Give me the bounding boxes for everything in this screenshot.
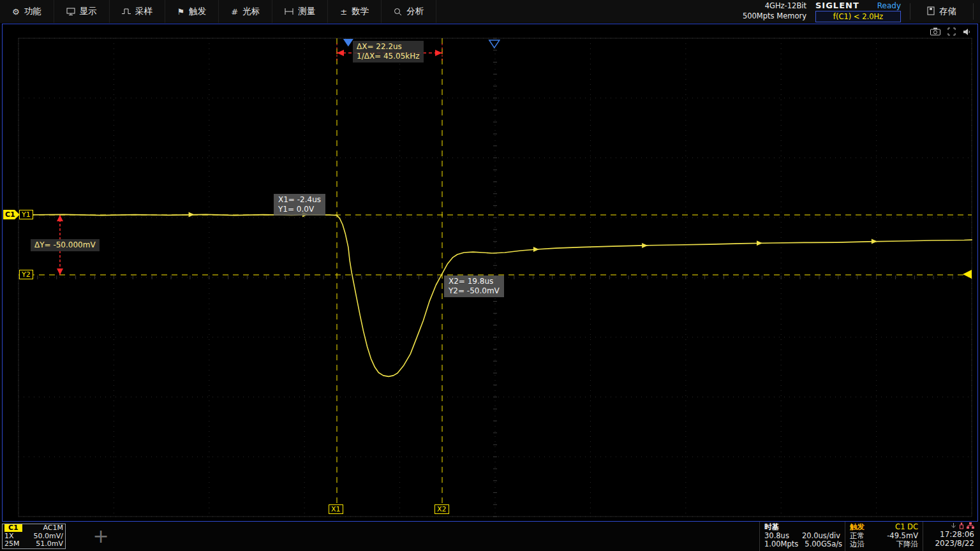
cursor-x2-readout: X2= 19.8us Y2= -50.0mV [444, 276, 504, 297]
storage-icon [927, 6, 935, 17]
cursor-x1-tag[interactable]: X1 [329, 504, 343, 514]
clock-block: 17:28:06 2023/8/22 [923, 522, 979, 551]
trigger-mode: 正常 [850, 532, 865, 541]
topbar-right: 4GHz-12Bit 500Mpts Memory SIGLENT Ready … [743, 0, 980, 23]
delta-x-arrow-left [337, 50, 344, 56]
trigger-source: C1 DC [895, 523, 918, 532]
menu-item-acquire[interactable]: 采样 [110, 0, 165, 23]
cursor-icon: # [231, 8, 238, 16]
status-bar: C1 AC1M 1X 50.0mV/ 25M 51.0mV + 时基 30.8u… [0, 522, 980, 551]
display-corner-buttons [930, 27, 971, 36]
delta-x-readout: ΔX= 22.2us 1/ΔX= 45.05kHz [353, 41, 424, 62]
delta-y-readout: ΔY= -50.000mV [31, 239, 100, 251]
timebase-points: 1.00Mpts [764, 540, 798, 549]
menu-item-measure[interactable]: 测量 [272, 0, 328, 23]
trigger-level: -49.5mV [887, 532, 918, 541]
menu-label: 触发 [189, 6, 206, 17]
timebase-title: 时基 [764, 523, 779, 532]
channel1-bandwidth: 25M [4, 540, 20, 548]
menu-item-storage[interactable]: 存储 [919, 6, 964, 17]
trigger-type: 边沿 [850, 540, 865, 549]
trigger-delay-marker[interactable] [489, 40, 500, 48]
menu-label: 功能 [24, 6, 41, 17]
timebase-samplerate: 5.00GSa/s [805, 540, 842, 549]
scope-spec: 4GHz-12Bit 500Mpts Memory [743, 1, 806, 21]
trace-marker [533, 247, 539, 252]
menu-label: 存储 [939, 6, 956, 17]
menu-item-cursor[interactable]: # 光标 [219, 0, 272, 23]
divider [910, 3, 910, 20]
menu-item-math[interactable]: ± 数学 [328, 0, 382, 23]
menu-label: 测量 [298, 6, 315, 17]
trace-marker [872, 239, 877, 244]
channel1-badge: C1 [4, 524, 22, 532]
camera-icon[interactable] [930, 27, 940, 36]
scope-display: C1 Y1 Y2 X1 X2 ΔX= 22.2us 1/ΔX= 45.05kHz… [2, 24, 978, 522]
delta-x-arrow-right [435, 50, 442, 56]
oscilloscope-app: ⚙ 功能 显示 采样 ⚑ 触发 # 光标 测量 [0, 0, 980, 551]
brand-block: SIGLENT Ready f(C1) < 2.0Hz [815, 1, 901, 22]
channel1-offset: 51.0mV [36, 540, 63, 548]
display-icon [66, 8, 75, 16]
trigger-title: 触发 [850, 523, 865, 532]
delta-y-arrow-top [57, 215, 63, 221]
analysis-icon [394, 8, 402, 16]
frequency-counter: f(C1) < 2.0Hz [815, 11, 901, 22]
channel1-coupling: AC1M [43, 524, 63, 533]
channel1-descriptor[interactable]: C1 AC1M 1X 50.0mV/ 25M 51.0mV [2, 524, 66, 549]
clock-time: 17:28:06 [928, 531, 974, 540]
menu-label: 光标 [242, 6, 260, 17]
trace-marker [757, 240, 762, 246]
sample-icon [122, 8, 131, 15]
menu-item-function[interactable]: ⚙ 功能 [0, 0, 54, 23]
cursor-x1-readout: X1= -2.4us Y1= 0.0V [274, 194, 325, 216]
gear-icon: ⚙ [12, 8, 20, 16]
menu-item-analysis[interactable]: 分析 [382, 0, 436, 23]
menu-bar: ⚙ 功能 显示 采样 ⚑ 触发 # 光标 测量 [0, 0, 980, 23]
menu-label: 分析 [406, 6, 424, 17]
trigger-slope: 下降沿 [896, 540, 919, 549]
menu-label: 显示 [80, 6, 97, 17]
menu-item-display[interactable]: 显示 [54, 0, 110, 23]
delta-y-arrow-bottom [57, 268, 63, 275]
measure-icon [285, 8, 293, 15]
speaker-icon[interactable] [963, 28, 971, 36]
add-channel-button[interactable]: + [89, 522, 112, 550]
brand-logo: SIGLENT [815, 1, 859, 10]
trace-marker [189, 212, 195, 217]
divider [973, 3, 974, 20]
cursor-y2-tag[interactable]: Y2 [19, 270, 33, 279]
trigger-flag-icon: ⚑ [177, 8, 185, 16]
scope-canvas [3, 24, 977, 521]
timebase-scale: 20.0us/div [802, 532, 840, 541]
trigger-level-marker[interactable] [963, 270, 972, 279]
trigger-position-marker[interactable] [343, 39, 353, 47]
fullscreen-icon[interactable] [947, 27, 956, 36]
trigger-descriptor[interactable]: 触发 C1 DC 正常 -49.5mV 边沿 下降沿 [845, 522, 923, 551]
cursor-x2-tag[interactable]: X2 [434, 504, 449, 514]
acquisition-status: Ready [877, 1, 901, 10]
math-icon: ± [340, 8, 347, 16]
menu-label: 数学 [352, 6, 369, 17]
clock-date: 2023/8/22 [928, 540, 974, 548]
timebase-descriptor[interactable]: 时基 30.8us 20.0us/div 1.00Mpts 5.00GSa/s [759, 522, 845, 551]
timebase-delay: 30.8us [764, 532, 789, 541]
menu-label: 采样 [135, 6, 152, 17]
menu-item-trigger[interactable]: ⚑ 触发 [165, 0, 219, 23]
cursor-y1-tag[interactable]: Y1 [19, 210, 33, 219]
trace-marker [642, 243, 648, 248]
